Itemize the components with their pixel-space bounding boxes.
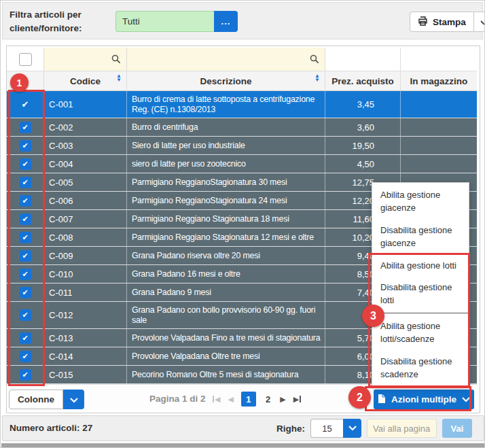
row-checkbox[interactable]: ✔: [20, 140, 31, 152]
row-checkbox-cell: ✔: [7, 228, 44, 246]
row-description-cell: Provolone Valpadana Fino a tre mesi di s…: [127, 329, 325, 347]
previous-page-button[interactable]: ◀: [228, 395, 233, 404]
column-header-label: In magazzino: [410, 76, 468, 86]
row-price-cell: 4,50: [325, 155, 401, 173]
row-checkbox[interactable]: ✔: [20, 177, 31, 188]
row-code-cell: C-013: [44, 329, 127, 347]
row-checkbox[interactable]: ✔: [20, 287, 31, 298]
multiple-actions-menu: Abilita gestione giacenzeDisabilita gest…: [372, 182, 469, 387]
table-row[interactable]: ✔C-002Burro di centrifuga3,60: [7, 118, 477, 137]
row-description-cell: Parmigiano Reggiano Stagionatura 12 mesi…: [127, 228, 325, 246]
sort-icon: ▲▼: [315, 74, 320, 82]
goto-page-input[interactable]: [367, 419, 437, 438]
rows-per-page-select[interactable]: 15: [310, 419, 361, 438]
row-checkbox-cell: ✔: [7, 283, 44, 301]
row-description-cell: Provolone Valpadana Oltre tre mesi: [127, 347, 325, 365]
row-description-cell: Burro di crema di latte sottoposta a cen…: [127, 91, 325, 118]
row-description-cell: Parmigiano ReggianoStagionatura 30 mesi: [127, 173, 325, 191]
select-all-checkbox[interactable]: [19, 53, 32, 66]
multiple-actions-button[interactable]: Azioni multiple: [374, 390, 474, 409]
row-code-cell: C-011: [44, 283, 127, 301]
codice-search-cell: [44, 48, 127, 71]
row-description-cell: siero di latte per uso zootecnico: [127, 155, 325, 173]
row-checkbox[interactable]: ✔: [20, 232, 31, 243]
column-header-prez-acquisto: Prez. acquisto: [325, 71, 401, 90]
rows-per-page-value: 15: [310, 419, 343, 438]
row-checkbox-cell: ✔: [7, 302, 44, 328]
printer-icon: [418, 16, 428, 28]
columns-split-button[interactable]: Colonne: [9, 390, 84, 409]
row-code-cell: C-004: [44, 155, 127, 173]
column-header-descrizione[interactable]: Descrizione ▲▼: [127, 71, 325, 90]
row-description-cell: Grana Padano riserva oltre 20 mesi: [127, 247, 325, 264]
row-checkbox-cell: ✔: [7, 347, 44, 365]
menu-item-3[interactable]: Abilita gestione lotti: [372, 255, 469, 276]
row-description-cell: Grana Padano con bollo provvisorio 60-90…: [127, 302, 325, 328]
row-description-cell: Siero di latte per uso industriale: [127, 137, 325, 154]
page-number-list: 12: [241, 392, 272, 407]
row-checkbox-cell: ✔: [7, 173, 44, 191]
row-stock-cell: [401, 155, 477, 173]
row-checkbox[interactable]: ✔: [20, 158, 31, 170]
table-row[interactable]: ✔C-003Siero di latte per uso industriale…: [7, 137, 477, 155]
page-button-1[interactable]: 1: [241, 392, 256, 407]
page-button-2[interactable]: 2: [264, 394, 272, 404]
print-button-label: Stampa: [433, 17, 466, 27]
client-filter-input[interactable]: [115, 11, 214, 32]
last-page-button[interactable]: ▶: [293, 395, 301, 404]
menu-item-1[interactable]: Abilita gestione giacenze: [372, 184, 469, 218]
column-header-codice[interactable]: Codice ▲▼: [44, 71, 127, 90]
row-description-cell: Grana Padano 9 mesi: [127, 283, 325, 301]
row-checkbox-cell: ✔: [7, 91, 44, 118]
row-checkbox-cell: ✔: [7, 192, 44, 209]
menu-item-5[interactable]: Abilita gestione lotti/scadenze: [372, 315, 469, 349]
descrizione-search-input[interactable]: [127, 48, 325, 71]
row-checkbox[interactable]: ✔: [20, 332, 31, 344]
row-checkbox[interactable]: ✔: [20, 351, 31, 362]
print-button[interactable]: Stampa: [410, 12, 474, 32]
menu-item-2[interactable]: Disabilita gestione giacenze: [372, 220, 469, 254]
footer-bar: Numero articoli: 27 Righe: 15 Vai: [2, 415, 484, 441]
table-row[interactable]: ✔C-001Burro di crema di latte sottoposta…: [7, 91, 477, 118]
row-checkbox[interactable]: ✔: [20, 99, 31, 110]
window-bottom-edge: [1, 443, 485, 448]
menu-divider: [372, 313, 469, 313]
row-checkbox[interactable]: ✔: [20, 269, 31, 280]
next-page-button[interactable]: ▶: [280, 395, 285, 404]
menu-item-6[interactable]: Disabilita gestione scadenze: [372, 351, 469, 385]
search-icon: [310, 54, 319, 67]
row-checkbox[interactable]: ✔: [20, 309, 31, 321]
print-dropdown-button[interactable]: [474, 12, 485, 32]
table-row[interactable]: ✔C-004siero di latte per uso zootecnico4…: [7, 155, 477, 173]
row-stock-cell: [401, 118, 477, 136]
client-filter-browse-button[interactable]: ...: [214, 11, 238, 32]
row-checkbox[interactable]: ✔: [20, 213, 31, 225]
header-select-column: [7, 71, 44, 90]
sort-icon: ▲▼: [116, 74, 122, 82]
menu-item-4[interactable]: Disabilita gestione lotti: [372, 277, 469, 311]
pagination: ◀ ◀ 12 ▶ ▶: [213, 385, 301, 413]
row-code-cell: C-003: [44, 137, 127, 154]
row-checkbox[interactable]: ✔: [20, 369, 31, 381]
chevron-down-icon: [462, 394, 470, 404]
multiple-actions-label: Azioni multiple: [391, 394, 456, 404]
article-count: Numero articoli: 27: [10, 416, 92, 441]
articles-grid-screen: Filtra articoli per cliente/fornitore: .…: [0, 0, 485, 448]
row-checkbox-cell: ✔: [7, 366, 44, 383]
first-page-button[interactable]: ◀: [213, 395, 220, 404]
row-checkbox-cell: ✔: [7, 247, 44, 264]
row-checkbox-cell: ✔: [7, 265, 44, 283]
row-stock-cell: [401, 137, 477, 154]
file-icon: [378, 394, 386, 406]
row-price-cell: 3,45: [325, 91, 401, 118]
rows-label: Righe:: [276, 424, 305, 434]
row-checkbox[interactable]: ✔: [20, 250, 31, 262]
descrizione-search-cell: [127, 48, 325, 71]
row-checkbox[interactable]: ✔: [20, 195, 31, 207]
row-checkbox[interactable]: ✔: [20, 122, 31, 133]
column-header-label: Prez. acquisto: [331, 76, 394, 86]
go-button[interactable]: Vai: [442, 419, 472, 438]
columns-dropdown-button[interactable]: [63, 390, 84, 409]
row-code-cell: C-008: [44, 228, 127, 246]
column-header-in-magazzino: In magazzino: [401, 71, 477, 90]
